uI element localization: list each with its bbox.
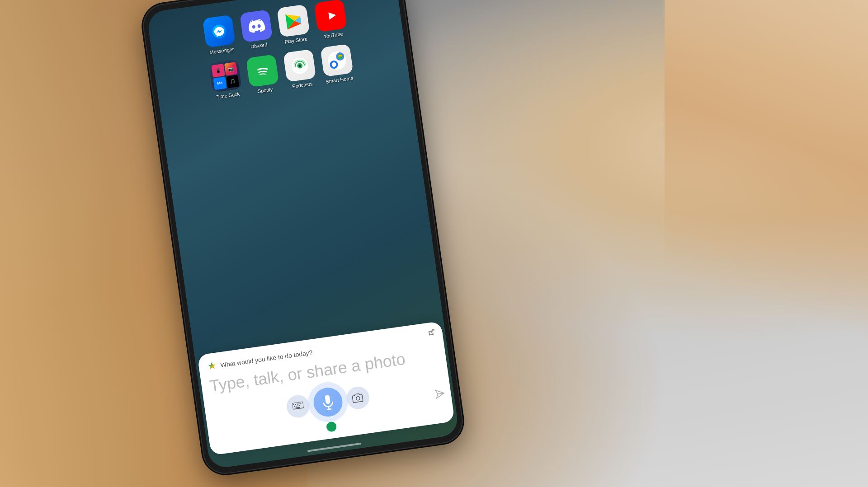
camera-button[interactable] [345,385,371,411]
google-assistant-star-icon [207,361,218,372]
podcasts-icon [283,49,316,82]
svg-rect-17 [300,403,301,404]
smarthome-icon [320,44,353,77]
svg-point-26 [356,396,360,400]
svg-rect-20 [297,405,298,406]
keyboard-button[interactable] [285,393,311,419]
spotify-label: Spotify [257,86,273,94]
fingers-right [665,0,868,352]
green-dot [326,421,337,432]
discord-label: Discord [250,42,268,49]
app-icon-discord[interactable]: Discord [240,9,274,50]
app-icon-messenger[interactable]: Messenger [203,14,237,55]
svg-rect-15 [297,403,297,404]
svg-rect-21 [299,405,300,406]
messenger-icon [203,14,236,47]
mic-button-container [311,386,344,418]
messenger-label: Messenger [209,47,235,55]
svg-rect-18 [294,406,295,407]
svg-rect-23 [325,395,330,404]
app-icon-smarthome[interactable]: Smart Home [320,44,354,84]
youtube-label: YouTube [323,31,343,39]
svg-rect-14 [295,404,296,405]
svg-rect-19 [296,406,297,407]
app-icon-playstore[interactable]: Play Store [277,4,311,45]
timesuck-label: Time Suck [216,91,240,100]
app-icon-podcasts[interactable]: Podcasts [283,49,317,89]
discord-icon [240,9,273,42]
svg-rect-16 [298,403,299,404]
playstore-icon [277,4,310,37]
app-icon-spotify[interactable]: Spotify [246,54,280,95]
svg-rect-13 [293,404,294,405]
external-link-icon[interactable] [427,328,435,338]
svg-point-0 [211,23,226,39]
send-button[interactable] [434,388,446,402]
playstore-label: Play Store [284,36,308,45]
podcasts-label: Podcasts [292,81,313,89]
svg-point-7 [326,50,347,70]
app-icon-timesuck[interactable]: 📱 📷 Mo 🎵 Time Suck [209,60,243,100]
spotify-icon [246,54,279,87]
svg-line-25 [327,409,331,409]
app-icon-youtube[interactable]: YouTube [314,0,348,40]
timesuck-icon: 📱 📷 Mo 🎵 [209,60,242,93]
smarthome-label: Smart Home [326,75,354,84]
youtube-icon [314,0,347,32]
